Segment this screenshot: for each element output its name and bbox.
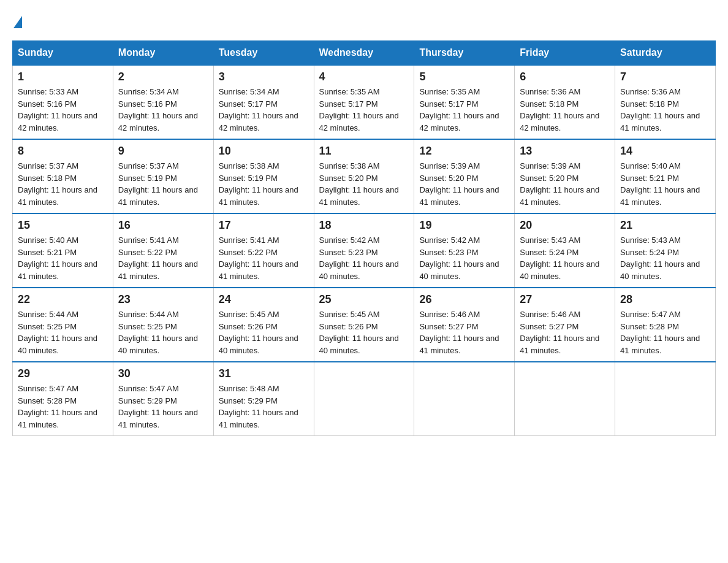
day-number: 10 bbox=[219, 145, 309, 158]
calendar-cell: 23 Sunrise: 5:44 AM Sunset: 5:25 PM Dayl… bbox=[113, 288, 213, 362]
sunset-label: Sunset: 5:17 PM bbox=[219, 99, 278, 109]
daylight-label: Daylight: 11 hours and 40 minutes. bbox=[118, 334, 198, 355]
daylight-label: Daylight: 11 hours and 41 minutes. bbox=[520, 185, 599, 207]
day-number: 27 bbox=[520, 293, 610, 306]
calendar-cell bbox=[414, 362, 515, 436]
daylight-label: Daylight: 11 hours and 42 minutes. bbox=[118, 111, 198, 132]
sunset-label: Sunset: 5:26 PM bbox=[319, 322, 378, 331]
calendar-week-row: 8 Sunrise: 5:37 AM Sunset: 5:18 PM Dayli… bbox=[13, 139, 716, 213]
daylight-label: Daylight: 11 hours and 41 minutes. bbox=[419, 334, 499, 355]
column-header-monday: Monday bbox=[113, 41, 213, 66]
day-number: 2 bbox=[118, 71, 208, 83]
day-number: 31 bbox=[219, 367, 309, 380]
day-number: 8 bbox=[18, 145, 108, 158]
calendar-cell: 31 Sunrise: 5:48 AM Sunset: 5:29 PM Dayl… bbox=[213, 362, 314, 436]
daylight-label: Daylight: 11 hours and 42 minutes. bbox=[419, 111, 499, 132]
sunset-label: Sunset: 5:18 PM bbox=[620, 99, 679, 109]
sunrise-label: Sunrise: 5:34 AM bbox=[219, 87, 279, 96]
sunset-label: Sunset: 5:25 PM bbox=[118, 322, 177, 331]
day-number: 4 bbox=[319, 71, 409, 83]
sunset-label: Sunset: 5:20 PM bbox=[520, 174, 578, 183]
calendar-cell: 13 Sunrise: 5:39 AM Sunset: 5:20 PM Dayl… bbox=[515, 139, 615, 213]
calendar-cell bbox=[314, 362, 414, 436]
daylight-label: Daylight: 11 hours and 41 minutes. bbox=[118, 185, 198, 207]
sunset-label: Sunset: 5:24 PM bbox=[620, 248, 679, 257]
calendar-cell: 4 Sunrise: 5:35 AM Sunset: 5:17 PM Dayli… bbox=[314, 65, 414, 139]
calendar-cell: 28 Sunrise: 5:47 AM Sunset: 5:28 PM Dayl… bbox=[615, 288, 716, 362]
day-info: Sunrise: 5:41 AM Sunset: 5:22 PM Dayligh… bbox=[118, 234, 208, 282]
calendar-week-row: 22 Sunrise: 5:44 AM Sunset: 5:25 PM Dayl… bbox=[13, 288, 716, 362]
column-header-friday: Friday bbox=[515, 41, 615, 66]
sunrise-label: Sunrise: 5:47 AM bbox=[620, 310, 681, 319]
page-header bbox=[12, 12, 716, 28]
day-number: 23 bbox=[118, 293, 208, 306]
day-number: 19 bbox=[419, 219, 509, 232]
sunrise-label: Sunrise: 5:47 AM bbox=[118, 384, 179, 393]
calendar-cell: 2 Sunrise: 5:34 AM Sunset: 5:16 PM Dayli… bbox=[113, 65, 213, 139]
sunrise-label: Sunrise: 5:36 AM bbox=[620, 87, 681, 96]
sunset-label: Sunset: 5:29 PM bbox=[118, 396, 177, 405]
sunset-label: Sunset: 5:17 PM bbox=[319, 99, 378, 109]
day-number: 13 bbox=[520, 145, 610, 158]
logo bbox=[12, 12, 23, 28]
day-info: Sunrise: 5:34 AM Sunset: 5:16 PM Dayligh… bbox=[118, 86, 208, 134]
day-info: Sunrise: 5:47 AM Sunset: 5:29 PM Dayligh… bbox=[118, 383, 208, 431]
sunrise-label: Sunrise: 5:40 AM bbox=[18, 236, 78, 245]
sunset-label: Sunset: 5:22 PM bbox=[219, 248, 278, 257]
calendar-cell: 16 Sunrise: 5:41 AM Sunset: 5:22 PM Dayl… bbox=[113, 213, 213, 288]
day-number: 15 bbox=[18, 219, 108, 232]
sunset-label: Sunset: 5:27 PM bbox=[419, 322, 478, 331]
day-number: 21 bbox=[620, 219, 710, 232]
calendar-cell: 27 Sunrise: 5:46 AM Sunset: 5:27 PM Dayl… bbox=[515, 288, 615, 362]
daylight-label: Daylight: 11 hours and 42 minutes. bbox=[319, 111, 399, 132]
day-number: 25 bbox=[319, 293, 409, 306]
sunset-label: Sunset: 5:20 PM bbox=[419, 174, 478, 183]
day-number: 9 bbox=[118, 145, 208, 158]
column-header-sunday: Sunday bbox=[13, 41, 113, 66]
sunset-label: Sunset: 5:26 PM bbox=[219, 322, 278, 331]
column-header-wednesday: Wednesday bbox=[314, 41, 414, 66]
day-number: 26 bbox=[419, 293, 509, 306]
sunset-label: Sunset: 5:23 PM bbox=[319, 248, 378, 257]
day-info: Sunrise: 5:39 AM Sunset: 5:20 PM Dayligh… bbox=[419, 160, 509, 208]
daylight-label: Daylight: 11 hours and 40 minutes. bbox=[620, 259, 700, 281]
day-info: Sunrise: 5:44 AM Sunset: 5:25 PM Dayligh… bbox=[18, 308, 108, 356]
sunrise-label: Sunrise: 5:40 AM bbox=[620, 161, 681, 170]
sunrise-label: Sunrise: 5:41 AM bbox=[219, 236, 279, 245]
day-info: Sunrise: 5:33 AM Sunset: 5:16 PM Dayligh… bbox=[18, 86, 108, 134]
day-info: Sunrise: 5:43 AM Sunset: 5:24 PM Dayligh… bbox=[520, 234, 610, 282]
day-number: 11 bbox=[319, 145, 409, 158]
calendar-cell: 30 Sunrise: 5:47 AM Sunset: 5:29 PM Dayl… bbox=[113, 362, 213, 436]
sunset-label: Sunset: 5:18 PM bbox=[520, 99, 578, 109]
day-info: Sunrise: 5:37 AM Sunset: 5:19 PM Dayligh… bbox=[118, 160, 208, 208]
calendar-cell: 22 Sunrise: 5:44 AM Sunset: 5:25 PM Dayl… bbox=[13, 288, 113, 362]
calendar-cell: 12 Sunrise: 5:39 AM Sunset: 5:20 PM Dayl… bbox=[414, 139, 515, 213]
calendar-cell: 3 Sunrise: 5:34 AM Sunset: 5:17 PM Dayli… bbox=[213, 65, 314, 139]
sunrise-label: Sunrise: 5:42 AM bbox=[419, 236, 480, 245]
sunrise-label: Sunrise: 5:41 AM bbox=[118, 236, 179, 245]
calendar-cell: 7 Sunrise: 5:36 AM Sunset: 5:18 PM Dayli… bbox=[615, 65, 716, 139]
daylight-label: Daylight: 11 hours and 41 minutes. bbox=[118, 259, 198, 281]
sunrise-label: Sunrise: 5:36 AM bbox=[520, 87, 580, 96]
daylight-label: Daylight: 11 hours and 41 minutes. bbox=[18, 185, 97, 207]
day-info: Sunrise: 5:45 AM Sunset: 5:26 PM Dayligh… bbox=[219, 308, 309, 356]
daylight-label: Daylight: 11 hours and 40 minutes. bbox=[219, 334, 298, 355]
sunrise-label: Sunrise: 5:46 AM bbox=[520, 310, 580, 319]
day-number: 29 bbox=[18, 367, 108, 380]
sunrise-label: Sunrise: 5:43 AM bbox=[520, 236, 580, 245]
sunset-label: Sunset: 5:28 PM bbox=[18, 396, 77, 405]
calendar-cell: 17 Sunrise: 5:41 AM Sunset: 5:22 PM Dayl… bbox=[213, 213, 314, 288]
sunset-label: Sunset: 5:19 PM bbox=[118, 174, 177, 183]
column-header-tuesday: Tuesday bbox=[213, 41, 314, 66]
calendar-week-row: 15 Sunrise: 5:40 AM Sunset: 5:21 PM Dayl… bbox=[13, 213, 716, 288]
day-number: 24 bbox=[219, 293, 309, 306]
daylight-label: Daylight: 11 hours and 40 minutes. bbox=[520, 259, 599, 281]
daylight-label: Daylight: 11 hours and 42 minutes. bbox=[219, 111, 298, 132]
day-info: Sunrise: 5:41 AM Sunset: 5:22 PM Dayligh… bbox=[219, 234, 309, 282]
sunrise-label: Sunrise: 5:34 AM bbox=[118, 87, 179, 96]
calendar-cell: 19 Sunrise: 5:42 AM Sunset: 5:23 PM Dayl… bbox=[414, 213, 515, 288]
day-info: Sunrise: 5:43 AM Sunset: 5:24 PM Dayligh… bbox=[620, 234, 710, 282]
calendar-cell: 10 Sunrise: 5:38 AM Sunset: 5:19 PM Dayl… bbox=[213, 139, 314, 213]
daylight-label: Daylight: 11 hours and 41 minutes. bbox=[620, 334, 700, 355]
sunset-label: Sunset: 5:28 PM bbox=[620, 322, 679, 331]
